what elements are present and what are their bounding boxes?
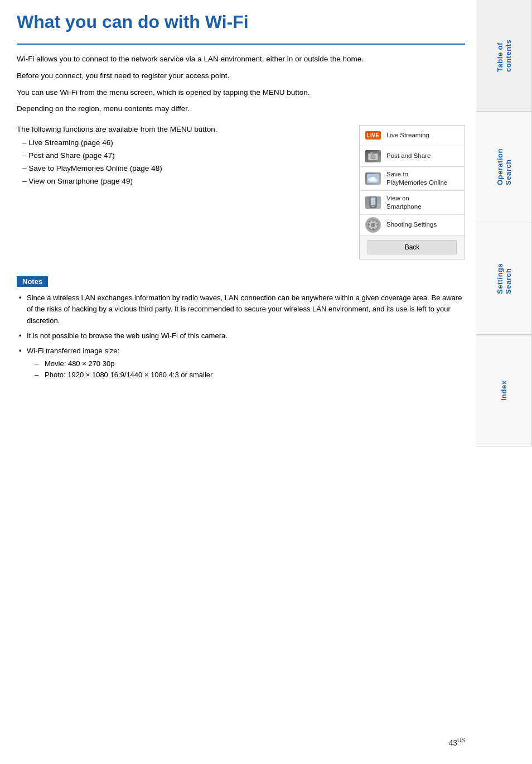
- functions-text: The following functions are available fr…: [17, 125, 342, 188]
- functions-section: The following functions are available fr…: [17, 125, 465, 260]
- playmemories-icon: [364, 172, 382, 185]
- tab-operation-search[interactable]: OperationSearch: [476, 112, 532, 223]
- page-title: What you can do with Wi-Fi: [17, 11, 465, 32]
- tab-index[interactable]: Index: [476, 335, 532, 446]
- svg-rect-8: [371, 198, 375, 205]
- notes-item-2: It is not possible to browse the web usi…: [17, 330, 465, 342]
- menu-item-live-streaming[interactable]: LIVE Live Streaming: [360, 126, 465, 146]
- list-item: Live Streaming (page 46): [22, 137, 342, 150]
- intro-line-1: Wi-Fi allows you to connect to the netwo…: [17, 53, 465, 65]
- smartphone-label: View on Smartphone: [386, 194, 422, 211]
- notes-subitem-2: Photo: 1920 × 1080 16:9/1440 × 1080 4:3 …: [35, 369, 465, 381]
- functions-list: Live Streaming (page 46) Post and Share …: [17, 137, 342, 188]
- post-share-icon: [364, 150, 382, 163]
- list-item: Post and Share (page 47): [22, 150, 342, 162]
- menu-item-shooting-settings[interactable]: Shooting Settings: [360, 215, 465, 236]
- intro-line-2: Before you connect, you first need to re…: [17, 70, 465, 82]
- notes-item-3: Wi-Fi transferred image size: Movie: 480…: [17, 345, 465, 381]
- post-share-label: Post and Share: [386, 152, 431, 160]
- list-item: Save to PlayMemories Online (page 48): [22, 162, 342, 175]
- shooting-settings-icon: [364, 218, 382, 232]
- menu-panel: LIVE Live Streaming Post and Share: [359, 125, 465, 260]
- back-button-container: Back: [360, 236, 465, 259]
- menu-item-smartphone[interactable]: View on Smartphone: [360, 191, 465, 215]
- notes-subitem-1: Movie: 480 × 270 30p: [35, 358, 465, 370]
- page-number: 43US: [449, 737, 465, 747]
- svg-point-9: [373, 205, 374, 206]
- tab-settings-search[interactable]: SettingsSearch: [476, 223, 532, 335]
- notes-section: Notes Since a wireless LAN exchanges inf…: [17, 276, 465, 382]
- playmemories-label: Save to PlayMemories Online: [386, 170, 447, 187]
- list-item: View on Smartphone (page 49): [22, 175, 342, 188]
- intro-line-4: Depending on the region, menu contents m…: [17, 103, 465, 115]
- intro-line-3: You can use Wi-Fi from the menu screen, …: [17, 87, 465, 99]
- live-streaming-label: Live Streaming: [386, 131, 429, 140]
- notes-sublist: Movie: 480 × 270 30p Photo: 1920 × 1080 …: [27, 358, 465, 382]
- svg-rect-2: [370, 152, 373, 154]
- notes-list: Since a wireless LAN exchanges informati…: [17, 292, 465, 382]
- notes-item-1: Since a wireless LAN exchanges informati…: [17, 292, 465, 327]
- functions-header: The following functions are available fr…: [17, 125, 342, 133]
- svg-point-11: [371, 223, 375, 227]
- live-streaming-icon: LIVE: [364, 129, 382, 142]
- svg-point-6: [371, 177, 375, 180]
- back-button[interactable]: Back: [367, 240, 457, 254]
- svg-point-1: [371, 155, 375, 159]
- tab-table-of-contents[interactable]: Table ofcontents: [476, 0, 532, 112]
- smartphone-icon: [364, 196, 382, 209]
- menu-item-post-share[interactable]: Post and Share: [360, 146, 465, 167]
- menu-item-playmemories[interactable]: Save to PlayMemories Online: [360, 167, 465, 191]
- sidebar-tabs: Table ofcontents OperationSearch Setting…: [476, 0, 532, 764]
- title-divider: [17, 44, 465, 45]
- notes-header: Notes: [17, 276, 48, 287]
- shooting-settings-label: Shooting Settings: [386, 220, 437, 229]
